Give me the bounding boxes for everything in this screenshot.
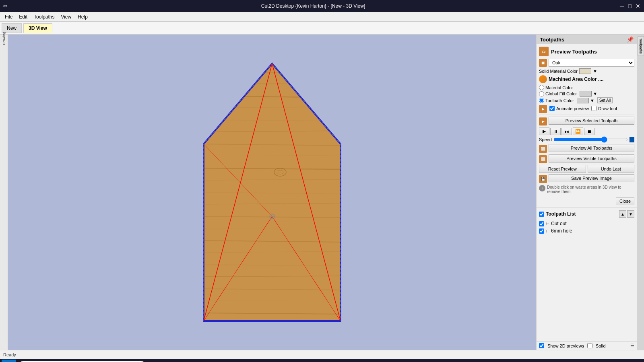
taskbar-icon-snap[interactable]: ⊞ <box>299 360 312 362</box>
minimize-button[interactable]: ─ <box>619 3 625 9</box>
reset-preview-button[interactable]: Reset Preview <box>539 165 586 173</box>
solid-checkbox[interactable] <box>587 343 592 348</box>
pin-icon[interactable]: 📌 <box>627 36 634 43</box>
canvas-area[interactable] <box>8 35 536 350</box>
tab-new[interactable]: New <box>2 23 22 33</box>
close-button[interactable]: ✕ <box>635 3 641 9</box>
app-icon: ✂ <box>3 3 7 9</box>
solid-material-row: Solid Material Color ▼ <box>539 68 634 74</box>
toolpath-list-section: Toolpath List ▲ ▼ ⊢ Cut out ⊢ 6mm hole <box>537 208 637 341</box>
skip-next-button[interactable]: ⏭ <box>561 128 572 135</box>
pause-button[interactable]: ⏸ <box>550 128 561 135</box>
taskbar-icon-folder[interactable]: 📁 <box>330 360 343 362</box>
stop-button[interactable]: ⏹ <box>584 128 594 135</box>
fast-forward-button[interactable]: ⏩ <box>573 128 583 135</box>
left-sidebar: Drawing <box>0 35 8 350</box>
menu-file[interactable]: File <box>2 13 16 21</box>
hole-label: 6mm hole <box>551 228 572 234</box>
taskbar-icon-pause[interactable]: ⏸ <box>315 360 328 362</box>
preview-title: Preview Toolpaths <box>551 49 597 55</box>
draw-tool-checkbox[interactable] <box>591 106 597 111</box>
taskbar-icon-settings[interactable]: ⚙ <box>361 360 374 362</box>
toolpath-color-radio[interactable] <box>539 98 544 103</box>
material-icon: ▣ <box>539 59 547 67</box>
menu-edit[interactable]: Edit <box>16 13 31 21</box>
solid-material-color[interactable] <box>579 68 591 74</box>
toolpath-list-header: Toolpath List ▲ ▼ <box>539 210 634 218</box>
preview-selected-button[interactable]: Preview Selected Toolpath <box>549 117 634 125</box>
preview-visible-button[interactable]: Preview Visible Toolpaths <box>549 154 634 162</box>
preview-all-button[interactable]: Preview All Toolpaths <box>549 144 634 152</box>
taskbar-icon-calc[interactable]: 📊 <box>376 360 389 362</box>
playback-controls: ▶ ⏸ ⏭ ⏩ ⏹ <box>539 128 634 135</box>
taskbar-icon-cut2d[interactable]: 📗 <box>422 360 435 362</box>
taskbar-icon-docs[interactable]: 📄 <box>391 360 404 362</box>
global-fill-arrow[interactable]: ▼ <box>593 91 597 96</box>
panel-header: Toolpaths 📌 <box>537 35 637 44</box>
material-dropdown[interactable]: Oak Pine MDF <box>549 59 634 67</box>
toolpath-color-arrow[interactable]: ▼ <box>590 98 594 103</box>
statusbar: Ready <box>0 350 644 359</box>
taskbar-icon-chrome[interactable]: 🌐 <box>345 360 358 362</box>
far-tab-toolpaths[interactable]: Toolpaths <box>638 36 644 56</box>
far-right-tabs: Toolpaths <box>637 35 644 350</box>
toolpath-item-cutout[interactable]: ⊢ Cut out <box>539 220 634 227</box>
taskbar-icon-monitor[interactable]: 🖥 <box>407 360 419 362</box>
toolpath-color-box[interactable] <box>577 98 589 103</box>
toolpath-color-row: Toolpath Color ▼ Set All <box>539 97 634 103</box>
global-fill-row: Global Fill Color ▼ <box>539 91 634 97</box>
animate-preview-row: Animate preview <box>549 106 589 111</box>
save-preview-button[interactable]: Save Preview Image <box>549 174 634 182</box>
menu-help[interactable]: Help <box>74 13 91 21</box>
toolpath-list-checkbox[interactable] <box>539 212 544 217</box>
preview-icon: 🗂 <box>539 47 549 56</box>
taskbar-icons: ⊡ ⊞ ⏸ 📁 🌐 ⚙ 📊 📄 🖥 📗 <box>148 360 570 362</box>
window-title: Cut2D Desktop {Kevin Harton} - [New - 3D… <box>261 3 365 9</box>
show-2d-checkbox[interactable] <box>539 343 544 348</box>
toolpath-item-6mmhole[interactable]: ⊢ 6mm hole <box>539 227 634 234</box>
move-down-button[interactable]: ▼ <box>627 210 634 218</box>
play-button[interactable]: ▶ <box>539 128 549 135</box>
draw-tool-row: Draw tool <box>591 106 617 111</box>
main-layout: Drawing <box>0 35 644 350</box>
hole-icon: ⊢ <box>546 229 549 233</box>
move-up-button[interactable]: ▲ <box>619 210 626 218</box>
status-text: Ready <box>3 352 16 357</box>
tab-3d-view[interactable]: 3D View <box>23 23 52 33</box>
close-row: Close <box>539 197 634 205</box>
task-view-button[interactable]: ⊡ <box>284 360 297 362</box>
info-icon: i <box>539 185 545 191</box>
menu-view[interactable]: View <box>58 13 74 21</box>
bottom-options-icon[interactable]: ☰ <box>630 343 634 348</box>
animate-preview-checkbox[interactable] <box>549 106 555 111</box>
clock: 13:25 06/06/2021 <box>611 361 634 362</box>
shape-svg <box>200 60 345 325</box>
cutout-checkbox[interactable] <box>539 221 544 226</box>
global-fill-radio[interactable] <box>539 91 544 97</box>
preview-toolpaths-section: 🗂 Preview Toolpaths ▣ Oak Pine MDF Solid… <box>537 44 637 208</box>
menubar: File Edit Toolpaths View Help <box>0 12 644 22</box>
undo-last-button[interactable]: Undo Last <box>588 165 635 173</box>
set-all-button[interactable]: Set All <box>597 97 613 103</box>
machined-icon <box>539 75 547 83</box>
material-color-label: Material Color <box>545 85 573 90</box>
draw-tool-label: Draw tool <box>598 106 617 111</box>
window-controls: ─ □ ✕ <box>619 3 641 9</box>
start-button[interactable]: ⊞ <box>2 360 16 362</box>
close-button[interactable]: Close <box>616 197 634 205</box>
preview-selected-icon: ▶ <box>539 117 547 125</box>
preview-visible-icon: ⬜ <box>539 155 547 163</box>
speed-slider[interactable] <box>553 137 628 142</box>
taskbar-right: 🌐 📶 🔊 ENG 13:25 06/06/2021 💬 <box>572 361 642 362</box>
preview-title-row: 🗂 Preview Toolpaths <box>539 47 634 56</box>
hole-checkbox[interactable] <box>539 228 544 234</box>
material-color-radio[interactable] <box>539 85 544 90</box>
color-dropdown-arrow[interactable]: ▼ <box>593 69 597 74</box>
animate-preview-label: Animate preview <box>556 106 589 111</box>
global-fill-color[interactable] <box>580 91 592 97</box>
maximize-button[interactable]: □ <box>627 3 633 9</box>
info-text: Double click on waste areas in 3D view t… <box>547 185 634 194</box>
menu-toolpaths[interactable]: Toolpaths <box>31 13 58 21</box>
taskbar: ⊞ 🔍 ⊡ ⊞ ⏸ 📁 🌐 ⚙ 📊 📄 🖥 📗 🌐 📶 🔊 ENG 13:25 … <box>0 359 644 362</box>
wood-shape-container <box>200 60 345 325</box>
